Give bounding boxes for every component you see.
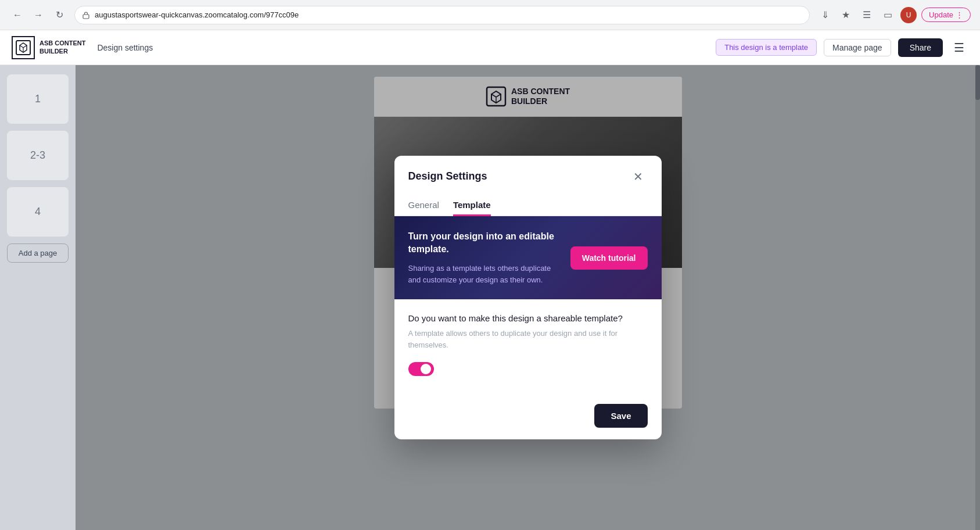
canvas-area: ASB CONTENT BUILDER Classic V-Neck Jerse…	[76, 65, 980, 530]
promo-text: Turn your design into an editable templa…	[408, 230, 561, 286]
save-button[interactable]: Save	[594, 404, 647, 428]
address-bar[interactable]: augustasportswear-quickcanvas.zoomcatalo…	[74, 6, 810, 24]
svg-line-2	[20, 45, 23, 48]
modal-title: Design Settings	[408, 170, 487, 182]
main-layout: 1 2-3 4 Add a page	[0, 65, 980, 530]
promo-banner: Turn your design into an editable templa…	[394, 216, 662, 300]
page-thumb-1[interactable]: 1	[7, 74, 69, 124]
header-right: This design is a template Manage page Sh…	[716, 38, 968, 57]
hamburger-menu-button[interactable]: ☰	[950, 38, 968, 57]
browser-chrome: ← → ↻ augustasportswear-quickcanvas.zoom…	[0, 0, 980, 30]
tab-general[interactable]: General	[408, 195, 439, 216]
update-chevron-icon: ⋮	[956, 10, 963, 19]
back-button[interactable]: ←	[9, 7, 26, 23]
nav-buttons: ← → ↻	[9, 7, 67, 23]
page-thumb-3[interactable]: 4	[7, 187, 69, 237]
modal-body: Do you want to make this design a sharea…	[394, 299, 662, 404]
page-number-1: 1	[35, 93, 41, 105]
app-header: ASB CONTENT BUILDER Design settings This…	[0, 30, 980, 65]
modal-header: Design Settings ✕	[394, 156, 662, 186]
logo-line2: BUILDER	[40, 48, 85, 55]
share-button[interactable]: Share	[898, 38, 943, 57]
page-number-2: 2-3	[30, 149, 45, 162]
manage-page-button[interactable]: Manage page	[824, 39, 891, 56]
lock-icon	[82, 11, 90, 19]
add-page-button[interactable]: Add a page	[7, 243, 69, 263]
svg-rect-0	[83, 15, 89, 19]
toggle-container	[408, 362, 648, 376]
logo-text: ASB CONTENT BUILDER	[40, 40, 85, 55]
page-number-3: 4	[35, 206, 41, 218]
promo-description: Sharing as a template lets others duplic…	[408, 263, 561, 285]
watch-tutorial-button[interactable]: Watch tutorial	[570, 246, 648, 270]
modal-footer: Save	[394, 404, 662, 439]
modal-overlay: Design Settings ✕ General Template Turn …	[76, 65, 980, 530]
sidebar: 1 2-3 4 Add a page	[0, 65, 76, 530]
url-text: augustasportswear-quickcanvas.zoomcatalo…	[95, 10, 299, 19]
update-button[interactable]: Update ⋮	[921, 8, 971, 22]
modal-tabs: General Template	[394, 195, 662, 216]
logo-line1: ASB CONTENT	[40, 40, 85, 47]
svg-line-3	[23, 45, 27, 48]
modal-close-button[interactable]: ✕	[629, 167, 648, 186]
design-settings-modal: Design Settings ✕ General Template Turn …	[394, 156, 662, 440]
logo-area: ASB CONTENT BUILDER	[12, 36, 85, 59]
page-thumb-2[interactable]: 2-3	[7, 131, 69, 180]
promo-heading: Turn your design into an editable templa…	[408, 230, 561, 256]
modal-description: A template allows others to duplicate yo…	[408, 328, 648, 350]
forward-button[interactable]: →	[30, 7, 46, 23]
update-label: Update	[929, 10, 953, 19]
template-badge[interactable]: This design is a template	[716, 39, 817, 56]
reload-button[interactable]: ↻	[51, 7, 67, 23]
template-toggle[interactable]	[408, 362, 434, 376]
extensions-icon[interactable]: ☰	[859, 7, 875, 23]
avatar[interactable]: U	[900, 7, 917, 23]
logo-icon	[15, 40, 31, 56]
modal-question: Do you want to make this design a sharea…	[408, 313, 648, 323]
bookmark-star-icon[interactable]: ★	[838, 7, 854, 23]
toggle-slider	[408, 362, 434, 376]
sidebar-toggle-icon[interactable]: ▭	[880, 7, 896, 23]
browser-actions: ⇓ ★ ☰ ▭ U Update ⋮	[817, 7, 971, 23]
download-icon[interactable]: ⇓	[817, 7, 833, 23]
design-settings-link[interactable]: Design settings	[97, 43, 153, 52]
tab-template[interactable]: Template	[453, 195, 491, 216]
logo-box	[12, 36, 35, 59]
